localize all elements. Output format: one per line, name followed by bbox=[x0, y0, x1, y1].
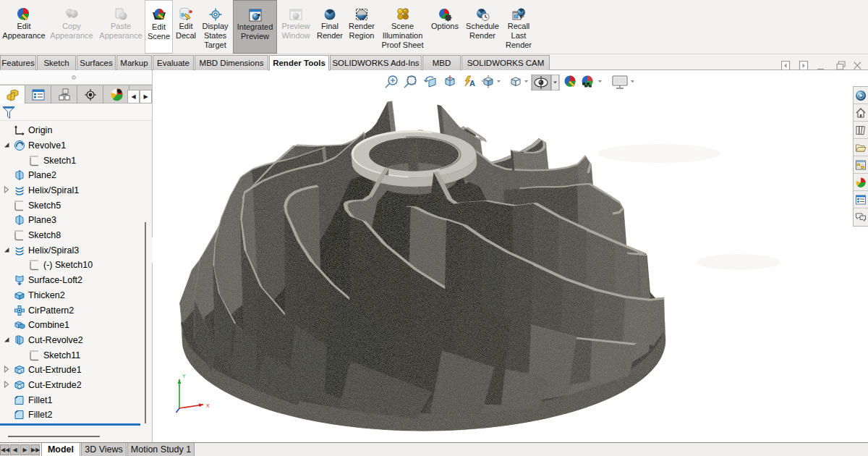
svg-text:A: A bbox=[469, 79, 475, 88]
svg-text:Y: Y bbox=[182, 373, 186, 379]
svg-text:X: X bbox=[206, 403, 210, 408]
